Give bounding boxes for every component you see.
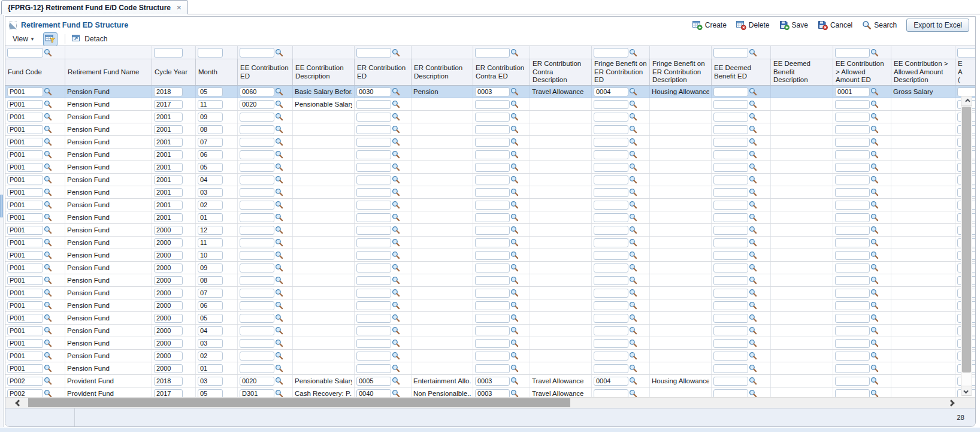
table-row[interactable]: Pension Fund xyxy=(5,337,975,350)
ee_ed-input[interactable] xyxy=(240,377,274,386)
lov-search-icon[interactable] xyxy=(749,113,757,121)
fringe_ed-input[interactable] xyxy=(594,326,628,335)
tab-retirement-fund-ed-code-structure[interactable]: {FPRG-12} Retirement Fund E/D Code Struc… xyxy=(1,0,188,14)
deemed_ed-input[interactable] xyxy=(713,364,748,373)
cycle_year-input[interactable] xyxy=(154,339,183,348)
lov-search-icon[interactable] xyxy=(275,150,283,159)
lov-search-icon[interactable] xyxy=(392,377,400,385)
deemed_ed-input[interactable] xyxy=(713,188,748,197)
lov-search-icon[interactable] xyxy=(510,163,519,171)
month-input[interactable] xyxy=(198,389,223,398)
create-button[interactable]: Create xyxy=(692,20,727,30)
er_ed-input[interactable] xyxy=(356,238,391,247)
scroll-left-button[interactable] xyxy=(14,399,23,407)
contra_ed-input[interactable] xyxy=(475,238,510,247)
filter-input-partial[interactable] xyxy=(957,48,975,57)
deemed_ed-input[interactable] xyxy=(713,352,748,361)
column-header-deemed_desc[interactable]: EE Deemed Benefit Description xyxy=(771,59,833,85)
er_ed-input[interactable] xyxy=(356,100,391,109)
column-header-allowed_ed[interactable]: EE Contribution > Allowed Amount ED xyxy=(833,59,891,85)
lov-search-icon[interactable] xyxy=(749,201,757,209)
contra_ed-input[interactable] xyxy=(475,339,510,348)
allowed_ed-input[interactable] xyxy=(835,389,870,398)
ee_ed-input[interactable] xyxy=(240,113,274,122)
lov-search-icon[interactable] xyxy=(870,201,879,209)
lov-search-icon[interactable] xyxy=(392,364,400,373)
fund_code-input[interactable] xyxy=(7,339,43,348)
lov-search-icon[interactable] xyxy=(749,238,757,247)
fringe_ed-input[interactable] xyxy=(594,188,628,197)
month-input[interactable] xyxy=(198,326,223,335)
month-input[interactable] xyxy=(198,238,223,247)
lov-search-icon[interactable] xyxy=(510,352,519,360)
lov-search-icon[interactable] xyxy=(749,352,757,360)
lov-search-icon[interactable] xyxy=(629,264,637,272)
lov-search-icon[interactable] xyxy=(275,264,283,272)
lov-search-icon[interactable] xyxy=(392,238,400,247)
lov-search-icon[interactable] xyxy=(629,289,637,297)
table-row[interactable]: Pension Fund xyxy=(5,287,975,299)
contra_ed-input[interactable] xyxy=(475,289,510,298)
detach-button[interactable]: Detach xyxy=(71,34,107,44)
lov-search-icon[interactable] xyxy=(870,314,879,322)
lov-search-icon[interactable] xyxy=(510,201,519,209)
ee_ed-input[interactable] xyxy=(240,289,274,298)
er_ed-input[interactable] xyxy=(356,175,391,184)
lov-search-icon[interactable] xyxy=(275,301,283,310)
lov-search-icon[interactable] xyxy=(510,301,519,310)
lov-search-icon[interactable] xyxy=(392,301,400,310)
lov-search-icon[interactable] xyxy=(44,226,52,234)
scroll-right-button[interactable] xyxy=(946,399,956,407)
fringe_ed-input[interactable] xyxy=(594,175,628,184)
lov-search-icon[interactable] xyxy=(275,377,283,385)
cycle_year-input[interactable] xyxy=(154,289,183,298)
month-input[interactable] xyxy=(198,138,223,147)
table-row[interactable]: Pension Fund xyxy=(5,211,975,224)
allowed_ed-input[interactable] xyxy=(835,238,870,247)
lov-search-icon[interactable] xyxy=(44,163,52,171)
column-header-ee_ed[interactable]: EE Contribution ED xyxy=(238,59,293,85)
lov-search-icon[interactable] xyxy=(749,49,757,57)
table-row[interactable]: Pension Fund xyxy=(5,299,975,312)
ee_ed-input[interactable] xyxy=(240,364,274,373)
fund_code-input[interactable] xyxy=(7,87,43,96)
cycle_year-input[interactable] xyxy=(154,377,183,386)
table-row[interactable]: Pension Fund xyxy=(5,199,975,211)
allowed_ed-input[interactable] xyxy=(835,314,870,323)
lov-search-icon[interactable] xyxy=(44,377,52,385)
lov-search-icon[interactable] xyxy=(749,138,757,146)
filter-input-allowed_ed[interactable] xyxy=(835,48,870,57)
allowed_ed-input[interactable] xyxy=(835,364,870,373)
lov-search-icon[interactable] xyxy=(749,125,757,134)
contra_ed-input[interactable] xyxy=(475,264,510,272)
er_ed-input[interactable] xyxy=(356,213,391,222)
deemed_ed-input[interactable] xyxy=(713,377,748,386)
cycle_year-input[interactable] xyxy=(154,87,183,96)
cycle_year-input[interactable] xyxy=(154,201,183,210)
table-row[interactable]: Pension Fund xyxy=(5,362,975,375)
allowed_ed-input[interactable] xyxy=(835,326,870,335)
lov-search-icon[interactable] xyxy=(510,276,519,284)
fringe_ed-input[interactable] xyxy=(594,289,628,298)
er_ed-input[interactable] xyxy=(356,301,391,310)
lov-search-icon[interactable] xyxy=(275,276,283,284)
lov-search-icon[interactable] xyxy=(275,251,283,259)
lov-search-icon[interactable] xyxy=(275,226,283,234)
splitter-handle[interactable] xyxy=(0,195,3,217)
lov-search-icon[interactable] xyxy=(629,150,637,159)
vertical-scrollbar[interactable] xyxy=(961,96,972,396)
fringe_ed-input[interactable] xyxy=(594,226,628,235)
allowed_ed-input[interactable] xyxy=(835,150,870,159)
ee_ed-input[interactable] xyxy=(240,276,274,285)
ee_ed-input[interactable] xyxy=(240,339,274,348)
lov-search-icon[interactable] xyxy=(629,188,637,196)
er_ed-input[interactable] xyxy=(356,377,391,386)
lov-search-icon[interactable] xyxy=(510,289,519,297)
search-button[interactable]: Search xyxy=(862,20,897,30)
lov-search-icon[interactable] xyxy=(44,289,52,297)
allowed_ed-input[interactable] xyxy=(835,339,870,348)
fund_code-input[interactable] xyxy=(7,364,43,373)
fringe_ed-input[interactable] xyxy=(594,125,628,134)
lov-search-icon[interactable] xyxy=(629,301,637,310)
lov-search-icon[interactable] xyxy=(749,87,757,96)
